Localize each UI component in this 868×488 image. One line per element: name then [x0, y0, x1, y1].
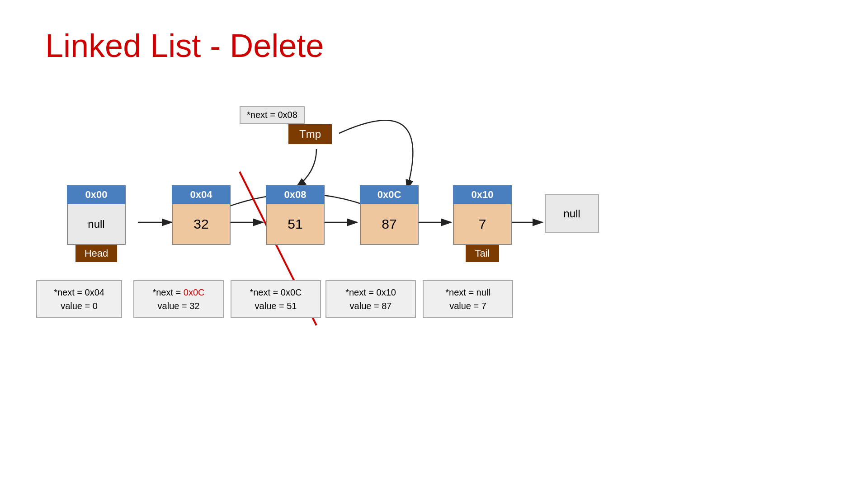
tail-label: Tail: [466, 245, 499, 262]
node-box-0x0C: 0x0C 87: [360, 185, 419, 245]
node-0x04: 0x04 32: [172, 185, 231, 245]
info-next-0x04: *next = 0x0C: [142, 286, 216, 299]
info-next-0x00: *next = 0x04: [44, 286, 114, 299]
info-value-0x0C: value = 87: [334, 299, 408, 313]
node-0x0C: 0x0C 87: [360, 185, 419, 245]
tmp-label: Tmp: [288, 124, 332, 144]
info-value-0x04: value = 32: [142, 299, 216, 313]
tmp-next-box: *next = 0x08: [240, 106, 305, 124]
node-value-0x00: null: [67, 204, 126, 245]
arrows-svg: [0, 0, 868, 488]
info-box-0x10: *next = null value = 7: [423, 280, 513, 318]
info-next-0x0C: *next = 0x10: [334, 286, 408, 299]
node-addr-0x10: 0x10: [453, 185, 512, 204]
node-box-0x04: 0x04 32: [172, 185, 231, 245]
info-next-0x08: *next = 0x0C: [239, 286, 313, 299]
info-box-0x08: *next = 0x0C value = 51: [231, 280, 321, 318]
head-label: Head: [75, 245, 118, 262]
info-next-0x10: *next = null: [431, 286, 505, 299]
node-value-0x04: 32: [172, 204, 231, 245]
node-null-end: null: [542, 194, 601, 233]
info-value-0x10: value = 7: [431, 299, 505, 313]
node-value-0x0C: 87: [360, 204, 419, 245]
info-box-0x0C: *next = 0x10 value = 87: [326, 280, 416, 318]
node-addr-0x0C: 0x0C: [360, 185, 419, 204]
node-addr-0x08: 0x08: [266, 185, 325, 204]
info-box-0x04: *next = 0x0C value = 32: [133, 280, 224, 318]
node-0x00: 0x00 null Head: [67, 185, 126, 262]
node-value-0x10: 7: [453, 204, 512, 245]
node-box-0x10: 0x10 7: [453, 185, 512, 245]
node-addr-0x04: 0x04: [172, 185, 231, 204]
info-value-0x08: value = 51: [239, 299, 313, 313]
page-title: Linked List - Delete: [45, 27, 324, 64]
node-value-0x08: 51: [266, 204, 325, 245]
info-value-0x00: value = 0: [44, 299, 114, 313]
node-box-null: null: [542, 194, 601, 233]
node-value-null: null: [545, 194, 599, 233]
info-box-0x00: *next = 0x04 value = 0: [36, 280, 122, 318]
node-box-0x00: 0x00 null: [67, 185, 126, 245]
node-addr-0x00: 0x00: [67, 185, 126, 204]
node-box-0x08: 0x08 51: [266, 185, 325, 245]
node-0x08: 0x08 51: [266, 185, 325, 245]
node-0x10: 0x10 7 Tail: [453, 185, 512, 262]
